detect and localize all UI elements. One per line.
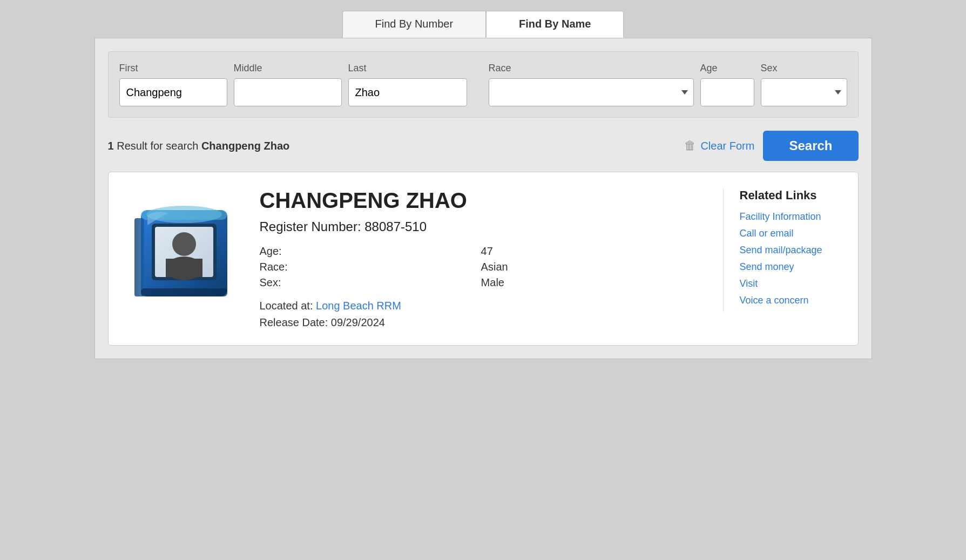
release-date: Release Date: 09/29/2024 <box>260 316 691 329</box>
svg-rect-7 <box>166 259 202 277</box>
tab-find-by-number[interactable]: Find By Number <box>342 11 487 38</box>
results-query: Changpeng Zhao <box>201 140 289 152</box>
tab-find-by-name[interactable]: Find By Name <box>486 11 624 38</box>
related-links-panel: Related Links Facility Information Call … <box>723 188 842 312</box>
sex-select[interactable]: Male Female <box>761 78 847 106</box>
register-number-label: Register Number: <box>260 219 361 234</box>
right-fields-group: Race Asian Black White Hispanic Other Ag… <box>489 63 847 106</box>
search-button[interactable]: Search <box>763 131 858 161</box>
first-label: First <box>119 63 227 74</box>
svg-rect-9 <box>141 210 227 220</box>
related-link-voice-concern[interactable]: Voice a concern <box>740 295 842 306</box>
race-group: Race Asian Black White Hispanic Other <box>489 63 694 106</box>
related-link-visit[interactable]: Visit <box>740 278 842 289</box>
release-date-label: Release Date: <box>260 316 328 328</box>
release-date-value: 09/29/2024 <box>331 316 385 328</box>
related-link-facility[interactable]: Facility Information <box>740 211 842 222</box>
age-label: Age: <box>260 245 470 258</box>
results-label: Result for search <box>117 140 201 152</box>
race-label: Race: <box>260 261 470 273</box>
middle-label: Middle <box>234 63 342 74</box>
sex-value: Male <box>481 276 691 289</box>
last-label: Last <box>348 63 467 74</box>
sex-label: Sex <box>761 63 847 74</box>
first-name-input[interactable] <box>119 78 227 106</box>
first-name-group: First <box>119 63 227 106</box>
age-label: Age <box>700 63 754 74</box>
avatar <box>125 188 244 307</box>
trash-icon: 🗑 <box>684 139 696 153</box>
last-name-input[interactable] <box>348 78 467 106</box>
results-actions: 🗑 Clear Form Search <box>684 131 858 161</box>
result-card: CHANGPENG ZHAO Register Number: 88087-51… <box>108 172 859 346</box>
svg-rect-2 <box>134 218 144 296</box>
age-group: Age <box>700 63 754 106</box>
sex-group: Sex Male Female <box>761 63 847 106</box>
race-label: Race <box>489 63 694 74</box>
results-bar: 1 Result for search Changpeng Zhao 🗑 Cle… <box>108 129 859 163</box>
name-fields-group: First Middle Last <box>119 63 478 106</box>
last-name-group: Last <box>348 63 467 106</box>
sex-label: Sex: <box>260 276 470 289</box>
svg-point-5 <box>172 232 196 256</box>
middle-name-input[interactable] <box>234 78 342 106</box>
location-label: Located at: <box>260 300 313 312</box>
clear-form-label: Clear Form <box>700 140 754 152</box>
related-link-call-email[interactable]: Call or email <box>740 228 842 239</box>
age-input[interactable] <box>700 78 754 106</box>
location-link[interactable]: Long Beach RRM <box>316 300 401 312</box>
location-line: Located at: Long Beach RRM <box>260 300 691 312</box>
main-content: First Middle Last Race As <box>94 38 872 359</box>
age-value: 47 <box>481 245 691 258</box>
register-number-value: 88087-510 <box>364 219 427 234</box>
clear-form-button[interactable]: 🗑 Clear Form <box>684 139 754 153</box>
svg-rect-8 <box>141 288 227 296</box>
tab-bar: Find By Number Find By Name <box>94 11 872 38</box>
register-number: Register Number: 88087-510 <box>260 219 691 234</box>
results-text: 1 Result for search Changpeng Zhao <box>108 140 290 152</box>
search-form: First Middle Last Race As <box>108 51 859 118</box>
related-links-title: Related Links <box>740 188 842 203</box>
person-name: CHANGPENG ZHAO <box>260 188 691 213</box>
race-value: Asian <box>481 261 691 273</box>
info-grid: Age: 47 Race: Asian Sex: Male <box>260 245 691 289</box>
race-select[interactable]: Asian Black White Hispanic Other <box>489 78 694 106</box>
middle-name-group: Middle <box>234 63 342 106</box>
related-link-send-mail[interactable]: Send mail/package <box>740 245 842 256</box>
person-info: CHANGPENG ZHAO Register Number: 88087-51… <box>260 188 707 329</box>
results-count: 1 <box>108 140 114 152</box>
related-link-send-money[interactable]: Send money <box>740 261 842 273</box>
